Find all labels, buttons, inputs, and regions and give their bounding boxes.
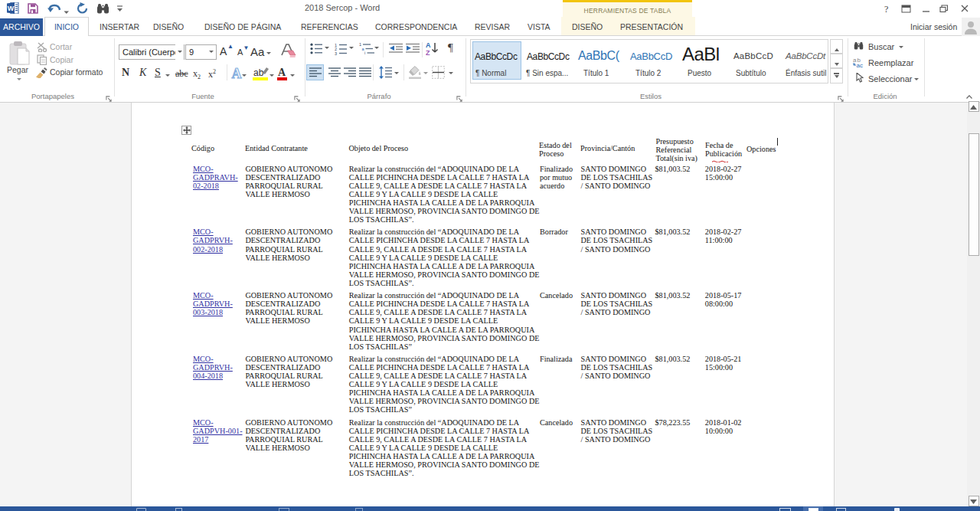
svg-text:ac: ac <box>857 62 863 68</box>
svg-text:A: A <box>232 66 242 81</box>
svg-text:?: ? <box>884 4 888 14</box>
svg-text:W: W <box>8 5 15 12</box>
svg-text:i: i <box>364 51 365 55</box>
svg-text:A: A <box>426 41 431 49</box>
svg-text:Z: Z <box>426 49 430 56</box>
svg-text:3: 3 <box>335 51 337 56</box>
